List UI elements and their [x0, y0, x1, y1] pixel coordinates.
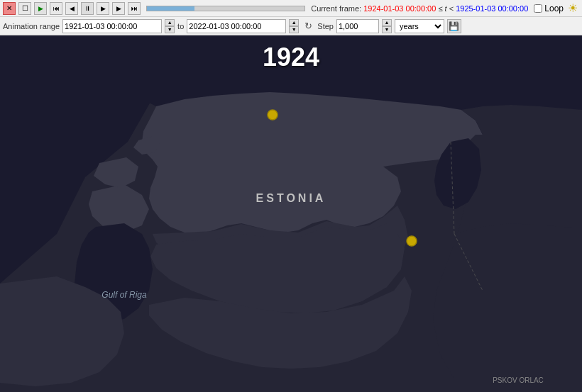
prev-icon: ◀ [70, 5, 75, 12]
sun-icon: ☀ [568, 1, 578, 15]
animation-toolbar: Animation range ▲ ▼ to ▲ ▼ ↻ Step ▲ ▼ ye… [0, 17, 582, 35]
play-icon: ▶ [38, 5, 43, 12]
play-button[interactable]: ▶ [34, 2, 47, 15]
to-label: to [177, 22, 184, 30]
to-date-spinner: ▲ ▼ [289, 19, 299, 33]
from-date-up[interactable]: ▲ [165, 19, 175, 26]
next-icon: ▶ [116, 5, 121, 12]
loop-container: Loop [534, 4, 564, 13]
data-point-2[interactable] [407, 236, 417, 246]
animation-range-label: Animation range [3, 22, 60, 30]
from-date-spinner: ▲ ▼ [165, 19, 175, 33]
pause-button[interactable]: ⏸ [81, 2, 94, 15]
svg-marker-15 [454, 223, 582, 392]
data-point-1[interactable] [268, 110, 278, 120]
loop-label: Loop [544, 4, 564, 13]
next-button[interactable]: ▶ [112, 2, 125, 15]
skip-start-icon: ⏮ [53, 5, 60, 12]
close-button[interactable]: ✕ [3, 2, 16, 15]
step-spinner: ▲ ▼ [382, 19, 392, 33]
map-svg: ESTONIA Gulf of Riga PSKOV ORLAC [0, 35, 582, 392]
close-icon: ✕ [6, 4, 12, 12]
refresh-button[interactable]: ↻ [302, 20, 314, 33]
step-down[interactable]: ▼ [382, 26, 392, 33]
from-date-input[interactable] [62, 19, 162, 33]
unit-select[interactable]: years months days hours [395, 19, 444, 33]
country-label: ESTONIA [256, 192, 326, 204]
save-icon: 💾 [449, 21, 459, 31]
to-date-down[interactable]: ▼ [289, 26, 299, 33]
to-date-up[interactable]: ▲ [289, 19, 299, 26]
skip-end-button[interactable]: ⏭ [128, 2, 141, 15]
step-up[interactable]: ▲ [382, 19, 392, 26]
step-input[interactable] [336, 19, 379, 33]
pause-icon: ⏸ [84, 5, 91, 12]
skip-start-button[interactable]: ⏮ [50, 2, 62, 15]
map-container: 1924 [0, 35, 582, 392]
restore-icon: ☐ [22, 4, 28, 12]
restore-button[interactable]: ☐ [18, 2, 31, 15]
from-date-down[interactable]: ▼ [165, 26, 175, 33]
to-date-input[interactable] [187, 19, 286, 33]
loop-checkbox[interactable] [534, 4, 542, 13]
play2-button[interactable]: ▶ [97, 2, 109, 15]
gulf-of-riga-label: Gulf of Riga [101, 290, 147, 300]
step-label: Step [317, 22, 334, 30]
prev-button[interactable]: ◀ [65, 2, 78, 15]
save-button[interactable]: 💾 [447, 19, 461, 33]
play2-icon: ▶ [101, 5, 106, 12]
top-toolbar: ✕ ☐ ▶ ⏮ ◀ ⏸ ▶ ▶ ⏭ Current frame: 1924-01… [0, 0, 582, 17]
year-label: 1924 [263, 43, 319, 72]
progress-fill [147, 6, 194, 11]
sun-icon-button: ☀ [566, 2, 579, 15]
pskov-label: PSKOV ORLAC [493, 376, 544, 384]
current-frame-label: Current frame: 1924-01-03 00:00:00 ≤ t <… [311, 4, 528, 13]
progress-track[interactable] [146, 6, 305, 11]
skip-end-icon: ⏭ [131, 5, 138, 12]
